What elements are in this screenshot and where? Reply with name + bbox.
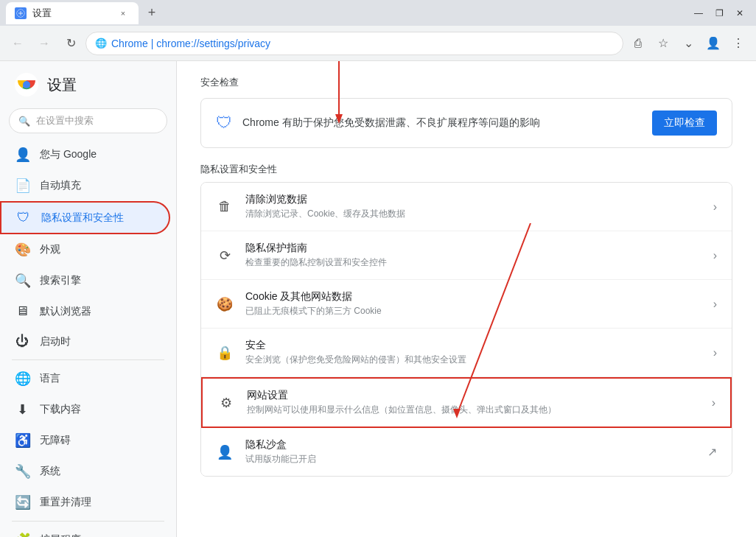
menu-button[interactable]: ⋮ [727, 32, 750, 55]
system-icon: 🔧 [15, 463, 29, 480]
sidebar-item-label: 您与 Google [40, 148, 97, 161]
tab-favicon [15, 7, 27, 19]
external-link-icon: ↗ [707, 445, 717, 459]
sidebar-item-reset[interactable]: 🔄 重置并清理 [0, 487, 170, 518]
tab-close-btn[interactable]: × [116, 7, 130, 20]
bookmark-button[interactable]: ☆ [651, 32, 675, 55]
sidebar-item-label: 下载内容 [40, 403, 81, 416]
titlebar: 设置 × + — ❐ ✕ [0, 0, 756, 26]
sidebar-item-language[interactable]: 🌐 语言 [0, 363, 170, 394]
google-account-icon: 👤 [15, 147, 29, 163]
minimize-button[interactable]: — [688, 3, 709, 24]
svg-point-3 [23, 81, 30, 88]
sandbox-title: 隐私沙盒 [245, 438, 696, 452]
accessibility-icon: ♿ [15, 432, 29, 449]
arrow-icon: › [713, 249, 717, 262]
safety-section-title: 安全检查 [200, 76, 732, 89]
chrome-logo-icon [15, 73, 38, 96]
sidebar-item-label: 默认浏览器 [40, 305, 91, 318]
sidebar-item-label: 扩展程序 [40, 533, 81, 537]
sidebar-item-accessibility[interactable]: ♿ 无障碍 [0, 425, 170, 456]
startup-icon: ⏻ [15, 334, 29, 349]
main-layout: 设置 🔍 在设置中搜索 👤 您与 Google 📄 自动填充 🛡 隐私设置和安全… [0, 61, 756, 537]
privacy-guide-subtitle: 检查重要的隐私控制设置和安全控件 [245, 256, 701, 269]
sidebar-item-system[interactable]: 🔧 系统 [0, 456, 170, 487]
privacy-item-security[interactable]: 🔒 安全 安全浏览（保护您免受危险网站的侵害）和其他安全设置 › [201, 329, 732, 377]
profile-button[interactable]: 👤 [701, 32, 725, 55]
safety-description: Chrome 有助于保护您免受数据泄露、不良扩展程序等问题的影响 [242, 116, 642, 130]
privacy-item-guide[interactable]: ⟳ 隐私保护指南 检查重要的隐私控制设置和安全控件 › [201, 231, 732, 280]
privacy-item-sandbox[interactable]: 👤 隐私沙盒 试用版功能已开启 ↗ [201, 428, 732, 476]
guide-icon: ⟳ [216, 248, 234, 264]
new-tab-button[interactable]: + [141, 3, 162, 24]
sidebar-item-label: 无障碍 [40, 434, 71, 447]
sidebar-item-default-browser[interactable]: 🖥 默认浏览器 [0, 296, 170, 326]
forward-button[interactable]: → [32, 32, 56, 55]
sidebar-item-privacy[interactable]: 🛡 隐私设置和安全性 [0, 201, 170, 234]
clear-browsing-subtitle: 清除浏览记录、Cookie、缓存及其他数据 [245, 208, 701, 220]
arrow-icon: › [713, 346, 717, 359]
sidebar-item-downloads[interactable]: ⬇ 下载内容 [0, 394, 170, 425]
back-button[interactable]: ← [6, 32, 29, 55]
safety-check-card: 🛡 Chrome 有助于保护您免受数据泄露、不良扩展程序等问题的影响 立即检查 [200, 98, 732, 148]
tab-search-button[interactable]: ⌄ [676, 32, 700, 55]
sidebar-item-autofill[interactable]: 📄 自动填充 [0, 170, 170, 201]
sidebar-item-search[interactable]: 🔍 搜索引擎 [0, 265, 170, 296]
sidebar-item-appearance[interactable]: 🎨 外观 [0, 234, 170, 265]
sidebar-item-extensions[interactable]: 🧩 扩展程序 ↗ [0, 524, 170, 537]
address-text: Chrome | chrome://settings/privacy [111, 38, 270, 49]
sidebar-divider [12, 359, 164, 360]
address-bar-input[interactable]: 🌐 Chrome | chrome://settings/privacy [85, 32, 623, 55]
sandbox-subtitle: 试用版功能已开启 [245, 453, 696, 466]
close-button[interactable]: ✕ [729, 3, 750, 24]
security-icon: 🌐 [95, 38, 107, 49]
extensions-icon: 🧩 [15, 532, 29, 537]
privacy-item-cookies[interactable]: 🍪 Cookie 及其他网站数据 已阻止无痕模式下的第三方 Cookie › [201, 280, 732, 329]
content-area: 安全检查 🛡 Chrome 有助于保护您免受数据泄露、不良扩展程序等问题的影响 … [177, 61, 756, 537]
cookies-title: Cookie 及其他网站数据 [245, 290, 701, 303]
addressbar: ← → ↻ 🌐 Chrome | chrome://settings/priva… [0, 26, 756, 61]
site-settings-text: 网站设置 控制网站可以使用和显示什么信息（如位置信息、摄像头、弹出式窗口及其他） [247, 389, 700, 416]
maximize-button[interactable]: ❐ [709, 3, 729, 24]
settings-search[interactable]: 🔍 在设置中搜索 [9, 108, 167, 133]
sidebar-item-label: 启动时 [40, 335, 71, 348]
safety-check-button[interactable]: 立即检查 [652, 110, 717, 136]
share-button[interactable]: ⎙ [626, 32, 650, 55]
site-settings-subtitle: 控制网站可以使用和显示什么信息（如位置信息、摄像头、弹出式窗口及其他） [247, 404, 700, 416]
sidebar: 设置 🔍 在设置中搜索 👤 您与 Google 📄 自动填充 🛡 隐私设置和安全… [0, 61, 177, 537]
arrow-icon: › [713, 200, 717, 214]
toolbar-right: ⎙ ☆ ⌄ 👤 ⋮ [626, 32, 750, 55]
sandbox-text: 隐私沙盒 试用版功能已开启 [245, 438, 696, 466]
cookie-icon: 🍪 [216, 296, 234, 312]
language-icon: 🌐 [15, 371, 29, 387]
privacy-guide-title: 隐私保护指南 [245, 242, 701, 255]
privacy-section-title: 隐私设置和安全性 [200, 163, 732, 176]
active-tab[interactable]: 设置 × [6, 2, 139, 24]
sidebar-item-label: 重置并清理 [40, 496, 91, 509]
cookies-subtitle: 已阻止无痕模式下的第三方 Cookie [245, 305, 701, 317]
lock-icon: 🔒 [216, 345, 234, 361]
cookies-text: Cookie 及其他网站数据 已阻止无痕模式下的第三方 Cookie [245, 290, 701, 317]
privacy-settings-list: 🗑 清除浏览数据 清除浏览记录、Cookie、缓存及其他数据 › ⟳ 隐私保护指… [200, 182, 732, 477]
settings-header: 设置 [0, 61, 176, 108]
sidebar-item-label: 搜索引擎 [40, 274, 81, 287]
sidebar-item-startup[interactable]: ⏻ 启动时 [0, 326, 170, 357]
clear-browsing-text: 清除浏览数据 清除浏览记录、Cookie、缓存及其他数据 [245, 193, 701, 220]
security-subtitle: 安全浏览（保护您免受危险网站的侵害）和其他安全设置 [245, 354, 701, 366]
privacy-item-site-settings[interactable]: ⚙ 网站设置 控制网站可以使用和显示什么信息（如位置信息、摄像头、弹出式窗口及其… [201, 377, 732, 428]
sidebar-item-label: 语言 [40, 372, 60, 385]
sidebar-item-google-account[interactable]: 👤 您与 Google [0, 139, 170, 170]
clear-browsing-title: 清除浏览数据 [245, 193, 701, 206]
security-title: 安全 [245, 339, 701, 352]
refresh-button[interactable]: ↻ [59, 32, 83, 55]
privacy-guide-text: 隐私保护指南 检查重要的隐私控制设置和安全控件 [245, 242, 701, 269]
sidebar-divider-2 [12, 521, 164, 522]
sidebar-item-label: 系统 [40, 465, 60, 478]
sidebar-item-label: 外观 [40, 243, 60, 256]
sandbox-icon: 👤 [216, 444, 234, 460]
arrow-icon: › [712, 396, 715, 410]
sidebar-nav: 👤 您与 Google 📄 自动填充 🛡 隐私设置和安全性 🎨 外观 🔍 搜索引… [0, 139, 176, 537]
default-browser-icon: 🖥 [15, 303, 29, 319]
privacy-item-clear-browsing[interactable]: 🗑 清除浏览数据 清除浏览记录、Cookie、缓存及其他数据 › [201, 183, 732, 231]
sidebar-item-label: 隐私设置和安全性 [41, 211, 124, 225]
